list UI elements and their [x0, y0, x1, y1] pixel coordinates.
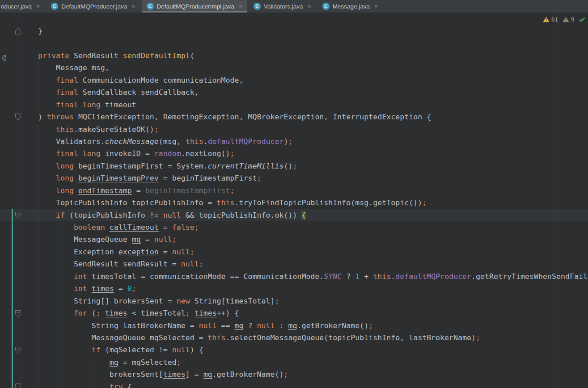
code-line[interactable]: this.makeSureStateOK();	[0, 123, 588, 135]
code-token: times	[163, 370, 186, 379]
code-token: ()	[283, 162, 292, 170]
code-token: Exception	[20, 248, 118, 256]
code-token: && topicPublishInfo.ok())	[181, 211, 302, 219]
code-token: false	[172, 223, 195, 232]
code-token: SYNC	[324, 272, 342, 281]
code-token: SendCallback sendCallback,	[78, 88, 199, 97]
code-token: mq	[110, 358, 118, 367]
code-token: MessageQueue	[20, 235, 132, 244]
code-line[interactable]: try {	[0, 381, 588, 388]
tab-close-icon[interactable]: ×	[131, 3, 135, 10]
fold-start-marker-icon[interactable]	[15, 310, 21, 319]
fold-start-marker-icon[interactable]	[15, 211, 21, 221]
code-token: ;	[476, 333, 480, 342]
code-line[interactable]: Validators.checkMessage(msg, this.defaul…	[0, 135, 588, 148]
code-token: beginTimestampFirst	[145, 186, 230, 195]
code-line[interactable]: MessageQueue mqSelected = this.selectOne…	[0, 332, 588, 344]
code-token: Message msg,	[20, 63, 110, 72]
passed-item[interactable]: 1	[579, 16, 588, 23]
code-token	[105, 223, 110, 232]
code-line[interactable]: Exception exception = null;	[0, 246, 588, 258]
code-token: (msg,	[159, 137, 186, 146]
tab-validators-java[interactable]: CValidators.java×	[249, 0, 316, 13]
fold-start-marker-icon[interactable]	[15, 383, 21, 388]
code-token: SendResult	[20, 260, 123, 268]
code-line[interactable]: long beginTimestampFirst = System.curren…	[0, 160, 588, 172]
code-token: currentTimeMillis	[208, 162, 284, 170]
weak-warning-icon	[563, 17, 569, 22]
java-class-icon: C	[254, 3, 261, 10]
code-token: {	[301, 211, 306, 219]
code-token: MessageQueue mqSelected =	[20, 333, 208, 342]
code-token: sendDefaultImpl	[123, 51, 190, 60]
code-token: mq	[132, 235, 141, 244]
tab-bar: oducer.java×CDefaultMQProducer.java×CDef…	[0, 0, 588, 13]
code-line[interactable]: TopicPublishInfo topicPublishInfo = this…	[0, 197, 588, 209]
code-token: exception	[118, 248, 159, 256]
code-line[interactable]: int times = 0;	[0, 283, 588, 295]
code-token: =	[159, 248, 172, 256]
code-line[interactable]	[0, 37, 588, 49]
code-line[interactable]: String lastBrokerName = null == mq ? nul…	[0, 320, 588, 332]
tab-close-icon[interactable]: ×	[36, 3, 40, 10]
code-token: = mqSelected	[118, 358, 177, 367]
code-token: long	[20, 186, 74, 195]
code-token: MQClientException, RemotingException, MQ…	[74, 113, 431, 121]
code-token: final	[20, 76, 78, 84]
code-token: ;	[230, 149, 235, 158]
code-token	[20, 358, 110, 367]
code-line[interactable]: }	[0, 25, 588, 37]
code-line[interactable]: final SendCallback sendCallback,	[0, 86, 588, 98]
fold-end-marker-icon[interactable]	[15, 27, 21, 37]
editor[interactable]: @ } private SendResult sendDefaultImpl( …	[0, 13, 588, 388]
tab-close-icon[interactable]: ×	[239, 3, 242, 10]
code-line[interactable]: final long timeout	[0, 99, 588, 111]
code-token: }	[20, 27, 42, 35]
code-line[interactable]: mq = mqSelected;	[0, 356, 588, 368]
code-line[interactable]: SendResult sendResult = null;	[0, 258, 588, 270]
code-line[interactable]: final long invokeID = random.nextLong();	[0, 148, 588, 160]
tab-label: oducer.java	[1, 3, 32, 10]
code-token: )	[20, 113, 47, 121]
code-token: .getBrokerName()	[212, 370, 284, 379]
code-token: int	[20, 272, 87, 281]
code-token: boolean	[20, 223, 105, 232]
code-line[interactable]: if (mqSelected != null) {	[0, 344, 588, 356]
code-area[interactable]: } private SendResult sendDefaultImpl( Me…	[0, 25, 588, 388]
code-line[interactable]: if (topicPublishInfo != null && topicPub…	[0, 209, 588, 221]
tab-message-java[interactable]: CMessage.java×	[317, 0, 383, 13]
code-line[interactable]: long endTimestamp = beginTimestampFirst;	[0, 185, 588, 197]
tab-close-icon[interactable]: ×	[308, 3, 311, 10]
code-line[interactable]: Message msg,	[0, 62, 588, 74]
code-line[interactable]: MessageQueue mq = null;	[0, 233, 588, 245]
code-line[interactable]: private SendResult sendDefaultImpl(	[0, 50, 588, 62]
weak-warnings-item[interactable]: 9	[563, 16, 575, 23]
ok-check-icon	[579, 17, 586, 22]
code-token: null	[154, 235, 172, 244]
code-line[interactable]: final CommunicationMode communicationMod…	[0, 74, 588, 86]
inspections-widget[interactable]: 61 9 1	[543, 16, 588, 23]
code-token: this	[217, 198, 235, 207]
warning-count: 61	[551, 16, 558, 23]
code-line[interactable]: String[] brokersSent = new String[timesT…	[0, 295, 588, 307]
code-line[interactable]: brokersSent[times] = mq.getBrokerName();	[0, 368, 588, 380]
code-line[interactable]: ) throws MQClientException, RemotingExce…	[0, 111, 588, 123]
fold-start-marker-icon[interactable]	[15, 346, 21, 356]
fold-start-marker-icon[interactable]	[15, 113, 21, 122]
code-line[interactable]: long beginTimestampPrev = beginTimestamp…	[0, 172, 588, 184]
code-token: ] =	[186, 370, 203, 379]
code-token: final long	[20, 149, 101, 158]
warnings-item[interactable]: 61	[543, 16, 558, 23]
code-token: ;	[186, 309, 190, 317]
code-line[interactable]: int timesTotal = communicationMode == Co…	[0, 270, 588, 283]
code-line[interactable]: boolean callTimeout = false;	[0, 221, 588, 233]
tab-defaultmqproducerimpl-java[interactable]: CDefaultMQProducerImpl.java×	[142, 0, 248, 13]
code-token: :	[275, 321, 288, 330]
code-token: invokeID =	[101, 149, 154, 158]
tab-oducer-java[interactable]: oducer.java×	[0, 0, 45, 13]
tab-close-icon[interactable]: ×	[374, 3, 378, 10]
tab-defaultmqproducer-java[interactable]: CDefaultMQProducer.java×	[46, 0, 140, 13]
code-token: ;	[288, 137, 292, 146]
code-token: defaultMQProducer	[208, 137, 284, 146]
code-line[interactable]: for (; times < timesTotal; times++) {	[0, 307, 588, 319]
